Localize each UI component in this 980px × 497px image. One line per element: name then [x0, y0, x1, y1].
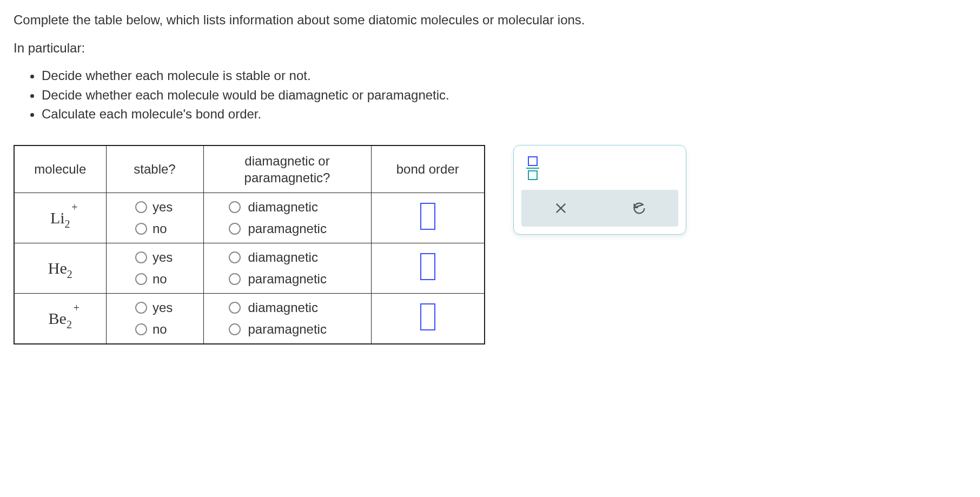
paramagnetic-option[interactable]: paramagnetic [204, 268, 371, 290]
radio-icon [229, 251, 241, 263]
table-row: Li2+ yes no diamagnetic paramagnetic [14, 193, 485, 243]
diamagnetic-option[interactable]: diamagnetic [204, 247, 371, 268]
fraction-numerator-icon [528, 156, 538, 166]
close-icon [553, 201, 568, 216]
bond-order-input[interactable] [420, 253, 435, 280]
stable-no-option[interactable]: no [107, 319, 203, 340]
molecule-formula: Li2+ [50, 198, 70, 238]
stable-no-option[interactable]: no [107, 268, 203, 290]
diamagnetic-option[interactable]: diamagnetic [204, 196, 371, 218]
tool-panel [513, 145, 686, 235]
bond-order-input[interactable] [420, 303, 435, 330]
radio-icon [135, 302, 147, 314]
bond-order-input[interactable] [420, 203, 435, 230]
header-molecule: molecule [14, 145, 106, 193]
header-bond-order: bond order [371, 145, 485, 193]
diamagnetic-option[interactable]: diamagnetic [204, 297, 371, 319]
fraction-button[interactable] [524, 156, 542, 180]
radio-icon [229, 302, 241, 314]
radio-icon [135, 323, 147, 335]
header-stable: stable? [106, 145, 203, 193]
instruction-line-2: In particular: [14, 39, 966, 57]
radio-icon [135, 223, 147, 235]
clear-button[interactable] [551, 198, 571, 218]
molecule-table: molecule stable? diamagnetic or paramagn… [14, 145, 485, 344]
radio-icon [229, 323, 241, 335]
stable-yes-option[interactable]: yes [107, 247, 203, 268]
radio-icon [135, 273, 147, 285]
stable-yes-option[interactable]: yes [107, 196, 203, 218]
instruction-bullets: Decide whether each molecule is stable o… [14, 67, 966, 123]
radio-icon [229, 201, 241, 213]
bullet-item: Decide whether each molecule is stable o… [42, 67, 966, 85]
bullet-item: Decide whether each molecule would be di… [42, 86, 966, 104]
header-magnetic: diamagnetic or paramagnetic? [203, 145, 371, 193]
table-row: He2 yes no diamagnetic paramagnetic [14, 243, 485, 294]
bullet-item: Calculate each molecule's bond order. [42, 105, 966, 123]
paramagnetic-option[interactable]: paramagnetic [204, 218, 371, 240]
undo-icon [632, 201, 647, 216]
radio-icon [229, 273, 241, 285]
radio-icon [135, 251, 147, 263]
radio-icon [135, 201, 147, 213]
molecule-formula: He2 [48, 248, 72, 288]
reset-button[interactable] [630, 198, 649, 218]
fraction-bar-icon [526, 168, 539, 169]
stable-no-option[interactable]: no [107, 218, 203, 240]
table-row: Be2+ yes no diamagnetic paramagnetic [14, 294, 485, 344]
instruction-line-1: Complete the table below, which lists in… [14, 11, 966, 29]
fraction-denominator-icon [528, 170, 538, 180]
radio-icon [229, 223, 241, 235]
paramagnetic-option[interactable]: paramagnetic [204, 319, 371, 340]
molecule-formula: Be2+ [49, 299, 72, 339]
stable-yes-option[interactable]: yes [107, 297, 203, 319]
